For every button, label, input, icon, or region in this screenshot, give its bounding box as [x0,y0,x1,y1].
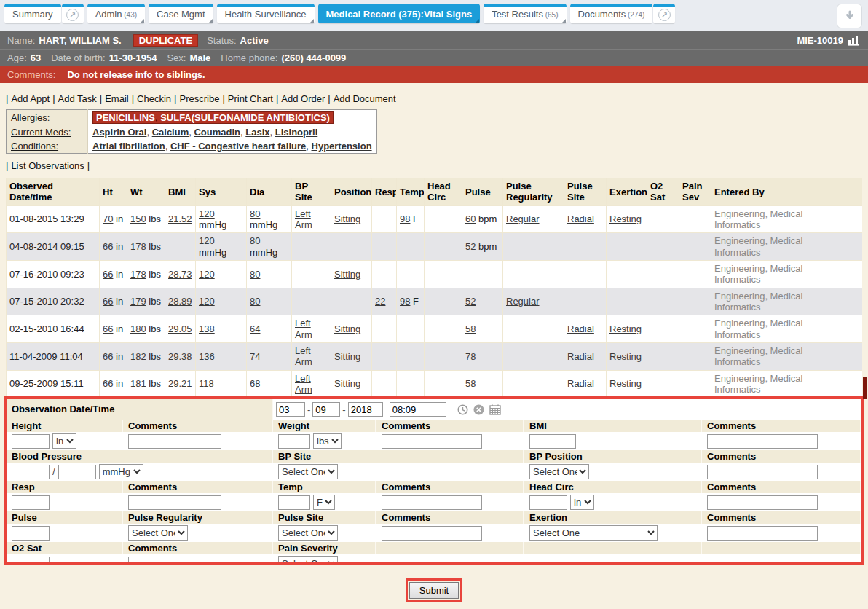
action-link-print-chart[interactable]: Print Chart [228,93,273,104]
obs-value-link[interactable]: 66 [103,269,113,280]
tab-case-mgmt[interactable]: Case Mgmt [149,4,213,23]
obs-value-link[interactable]: Sitting [334,378,360,389]
obs-value-link[interactable]: 80 [250,269,260,280]
head-circ-input[interactable] [529,495,567,510]
bp-systolic-input[interactable] [12,465,50,479]
obs-value-link[interactable]: 29.38 [168,351,192,362]
obs-value-link[interactable]: 120 [199,269,215,280]
bp-site-select[interactable]: Select One [278,464,338,479]
obs-value-link[interactable]: Sitting [334,213,360,224]
obs-value-link[interactable]: 21.52 [168,213,192,224]
bp-position-select[interactable]: Select One [529,464,589,479]
obs-value-link[interactable]: 80 [250,208,260,219]
obs-value-link[interactable]: 60 [465,213,476,224]
obs-value-link[interactable]: 29.21 [168,378,192,389]
list-observations-link[interactable]: List Observations [11,160,84,171]
obs-value-link[interactable]: 180 [130,323,146,334]
obs-value-link[interactable]: 29.05 [168,323,192,334]
summary-item-link[interactable]: Hypertension [312,141,372,152]
head-circ-unit-select[interactable]: in [570,495,594,510]
action-link-add-task[interactable]: Add Task [58,93,97,104]
obs-time-input[interactable] [390,402,446,417]
obs-value-link[interactable]: 22 [375,296,385,307]
obs-value-link[interactable]: 80 [250,235,260,246]
obs-value-link[interactable]: Resting [609,378,642,389]
open-new-window-button[interactable]: ↗ [62,4,84,23]
height-input[interactable] [12,434,50,449]
exertion-select[interactable]: Select One [529,525,658,541]
obs-value-link[interactable]: Resting [609,323,642,334]
obs-value-link[interactable]: 28.89 [168,296,192,307]
obs-value-link[interactable]: 182 [130,351,146,362]
obs-value-link[interactable]: 74 [250,351,260,362]
obs-value-link[interactable]: 98 [400,296,410,307]
summary-item-link[interactable]: SULFA(SULFONAMIDE ANTIBIOTICS) [160,112,330,123]
exertion-comments-input[interactable] [707,526,818,541]
temp-unit-select[interactable]: F [313,495,335,510]
summary-item-link[interactable]: Lisinopril [275,127,318,138]
summary-item-link[interactable]: PENICILLINS [96,112,155,123]
summary-label-link[interactable]: Current Meds: [11,127,71,138]
obs-value-link[interactable]: 120 [199,235,215,246]
bmi-input[interactable] [529,434,576,449]
obs-value-link[interactable]: Sitting [334,323,360,334]
obs-value-link[interactable]: 66 [103,241,113,252]
weight-input[interactable] [278,434,310,449]
obs-value-link[interactable]: 52 [465,296,476,307]
summary-label-link[interactable]: Allergies: [11,112,50,123]
open-new-window-button[interactable]: ↗ [653,4,675,23]
temp-input[interactable] [278,495,310,510]
obs-value-link[interactable]: 136 [199,351,215,362]
o2-sat-comments-input[interactable] [128,557,221,566]
action-link-checkin[interactable]: Checkin [137,93,171,104]
obs-value-link[interactable]: 120 [199,296,215,307]
obs-value-link[interactable]: Left Arm [295,373,312,395]
bmi-comments-input[interactable] [707,434,818,449]
obs-value-link[interactable]: 68 [250,378,260,389]
summary-item-link[interactable]: CHF - Congestive heart failure [170,141,306,152]
weight-comments-input[interactable] [382,434,482,449]
obs-value-link[interactable]: Radial [567,378,594,389]
resp-input[interactable] [12,495,50,510]
calendar-icon[interactable] [489,404,501,415]
obs-value-link[interactable]: 78 [465,351,476,362]
summary-label-link[interactable]: Conditions: [11,141,58,152]
height-comments-input[interactable] [128,434,221,449]
obs-value-link[interactable]: 179 [130,296,146,307]
bp-diastolic-input[interactable] [58,465,96,479]
obs-value-link[interactable]: Left Arm [295,318,312,339]
obs-value-link[interactable]: 80 [250,296,260,307]
obs-value-link[interactable]: 70 [103,213,113,224]
summary-item-link[interactable]: Lasix [245,127,269,138]
height-unit-select[interactable]: in [52,433,76,449]
clear-date-icon[interactable] [473,404,484,415]
action-link-email[interactable]: Email [105,93,129,104]
tab-admin[interactable]: Admin (43) [87,4,145,23]
obs-value-link[interactable]: 181 [130,378,146,389]
obs-value-link[interactable]: Radial [567,213,594,224]
tab-health-surveillance[interactable]: Health Surveillance [217,4,315,23]
obs-value-link[interactable]: 58 [465,323,476,334]
obs-value-link[interactable]: Sitting [334,351,360,362]
action-link-add-order[interactable]: Add Order [281,93,325,104]
action-link-prescribe[interactable]: Prescribe [179,93,219,104]
obs-value-link[interactable]: Resting [609,351,642,362]
obs-value-link[interactable]: 138 [199,323,215,334]
obs-value-link[interactable]: 66 [103,323,113,334]
obs-date-month-input[interactable] [276,402,305,417]
obs-value-link[interactable]: 178 [130,241,146,252]
summary-item-link[interactable]: Calcium [152,127,189,138]
summary-item-link[interactable]: Atrial fibrillation [92,141,165,152]
action-link-add-document[interactable]: Add Document [334,93,396,104]
obs-value-link[interactable]: 178 [130,269,146,280]
obs-value-link[interactable]: Left Arm [295,208,312,230]
obs-value-link[interactable]: Regular [506,213,540,224]
submit-button[interactable]: Submit [409,582,459,599]
clock-icon[interactable] [457,404,468,415]
action-link-add-appt[interactable]: Add Appt [11,93,50,104]
pain-severity-select[interactable]: Select One [278,556,338,565]
tab-documents[interactable]: Documents (274) [570,4,653,23]
obs-value-link[interactable]: 52 [465,241,476,252]
obs-value-link[interactable]: Regular [506,296,540,307]
bp-unit-select[interactable]: mmHg [99,464,143,479]
